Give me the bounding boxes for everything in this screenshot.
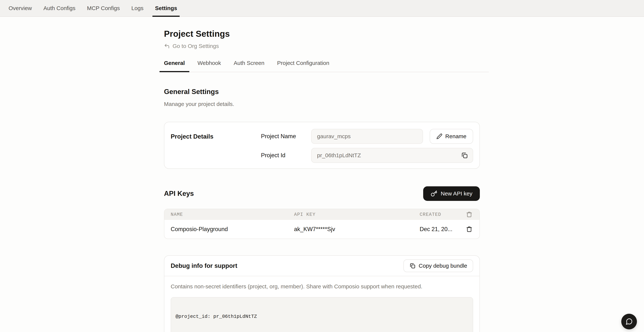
nav-item-auth-configs[interactable]: Auth Configs	[41, 0, 78, 17]
project-name-input[interactable]	[311, 129, 423, 144]
debug-info-card: Debug info for support Copy debug bundle…	[164, 255, 480, 332]
project-details-form: Project Name Rename Project Id	[261, 129, 473, 163]
new-api-key-label: New API key	[441, 190, 472, 197]
copy-project-id-button[interactable]	[460, 151, 469, 159]
project-name-row: Project Name Rename	[261, 129, 473, 144]
project-details-card: Project Details Project Name Rename Proj…	[164, 122, 480, 169]
corner-up-left-icon	[164, 43, 170, 49]
trash-icon	[466, 211, 472, 218]
go-to-org-settings-link[interactable]: Go to Org Settings	[164, 43, 219, 49]
chat-support-button[interactable]	[621, 314, 637, 329]
page-title: Project Settings	[164, 29, 489, 39]
debug-identifiers-code-block: @project_id: pr_06th1pLdNtTZ @org_id: ok…	[171, 297, 473, 332]
copy-icon	[410, 263, 416, 269]
code-line: @project_id: pr_06th1pLdNtTZ	[176, 313, 468, 319]
project-id-row: Project Id	[261, 148, 473, 163]
settings-tabs: General Webhook Auth Screen Project Conf…	[164, 60, 489, 72]
general-settings-subheading: Manage your project details.	[164, 101, 489, 107]
project-nav: Overview Auth Configs MCP Configs Logs S…	[0, 0, 644, 17]
api-keys-title: API Keys	[164, 190, 194, 197]
rename-button[interactable]: Rename	[430, 129, 473, 144]
col-header-api-key: API KEY	[294, 212, 420, 217]
api-keys-table: NAME API KEY CREATED Composio-Playground…	[164, 209, 480, 239]
nav-item-mcp-configs[interactable]: MCP Configs	[84, 0, 122, 17]
go-to-org-settings-label: Go to Org Settings	[172, 43, 219, 49]
nav-item-settings[interactable]: Settings	[152, 0, 180, 17]
api-key-value: ak_KW7*****Sjv	[294, 226, 420, 233]
rename-button-label: Rename	[445, 133, 466, 140]
trash-icon	[466, 226, 472, 232]
api-key-row: Composio-Playground ak_KW7*****Sjv Dec 2…	[164, 220, 480, 239]
chat-bubble-icon	[625, 318, 633, 325]
new-api-key-button[interactable]: New API key	[423, 186, 480, 201]
api-key-created: Dec 21, 20...	[420, 226, 459, 233]
nav-item-logs[interactable]: Logs	[129, 0, 146, 17]
nav-item-overview[interactable]: Overview	[6, 0, 34, 17]
project-id-input[interactable]	[311, 148, 473, 163]
debug-card-body: Contains non-secret identifiers (project…	[164, 276, 480, 332]
delete-api-key-button[interactable]	[466, 226, 472, 232]
tab-project-configuration[interactable]: Project Configuration	[272, 60, 334, 72]
tab-general[interactable]: General	[160, 60, 189, 72]
tab-webhook[interactable]: Webhook	[193, 60, 226, 72]
project-id-label: Project Id	[261, 152, 311, 159]
tab-auth-screen[interactable]: Auth Screen	[229, 60, 269, 72]
col-header-created: CREATED	[420, 212, 459, 217]
api-keys-table-header: NAME API KEY CREATED	[164, 209, 480, 220]
copy-icon	[461, 152, 468, 159]
debug-description: Contains non-secret identifiers (project…	[171, 283, 473, 290]
project-details-title: Project Details	[171, 129, 261, 163]
debug-card-title: Debug info for support	[171, 262, 237, 269]
debug-card-header: Debug info for support Copy debug bundle	[164, 256, 480, 276]
col-header-name: NAME	[164, 212, 294, 217]
pencil-icon	[436, 133, 442, 139]
copy-debug-bundle-button[interactable]: Copy debug bundle	[404, 259, 473, 272]
general-settings-heading: General Settings	[164, 88, 489, 96]
col-header-delete	[459, 211, 480, 218]
settings-page: Project Settings Go to Org Settings Gene…	[164, 29, 489, 332]
project-id-input-wrap	[311, 148, 473, 163]
key-icon	[431, 190, 437, 197]
api-key-name: Composio-Playground	[164, 226, 294, 233]
project-name-label: Project Name	[261, 133, 311, 140]
api-keys-header: API Keys New API key	[164, 186, 480, 201]
copy-debug-bundle-label: Copy debug bundle	[419, 263, 467, 269]
